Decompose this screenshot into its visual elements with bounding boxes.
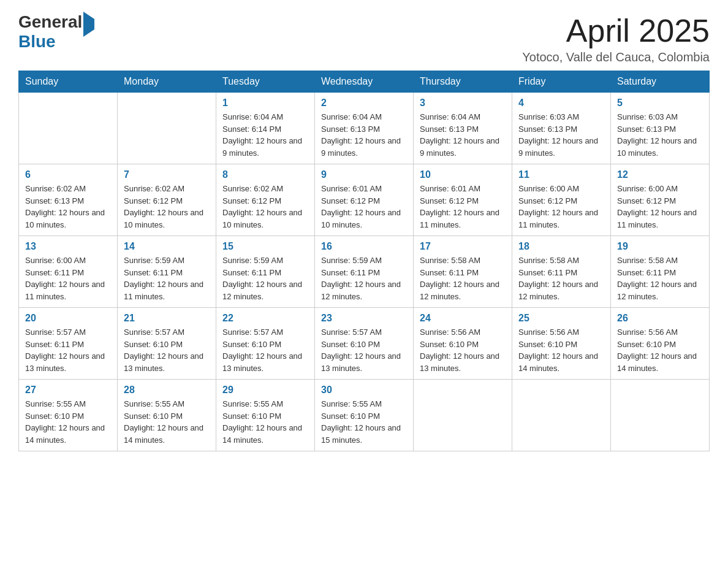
page-header: General Blue April 2025 Yotoco, Valle de… (18, 12, 710, 64)
day-info: Sunrise: 5:57 AMSunset: 6:10 PMDaylight:… (124, 326, 210, 374)
day-cell: 30Sunrise: 5:55 AMSunset: 6:10 PMDayligh… (315, 380, 414, 451)
day-number: 28 (124, 385, 210, 396)
day-number: 14 (124, 241, 210, 252)
day-cell: 22Sunrise: 5:57 AMSunset: 6:10 PMDayligh… (216, 308, 315, 380)
day-number: 22 (222, 313, 308, 324)
logo-general: General (18, 12, 82, 31)
day-number: 29 (222, 385, 308, 396)
day-cell: 13Sunrise: 6:00 AMSunset: 6:11 PMDayligh… (19, 236, 118, 308)
day-info: Sunrise: 5:57 AMSunset: 6:10 PMDaylight:… (222, 326, 308, 374)
day-number: 9 (321, 169, 407, 180)
logo-blue: Blue (18, 32, 56, 51)
day-number: 10 (420, 169, 506, 180)
day-cell: 17Sunrise: 5:58 AMSunset: 6:11 PMDayligh… (414, 236, 512, 308)
day-number: 6 (25, 169, 111, 180)
day-info: Sunrise: 6:04 AMSunset: 6:14 PMDaylight:… (222, 111, 308, 159)
day-number: 23 (321, 313, 407, 324)
day-info: Sunrise: 6:02 AMSunset: 6:12 PMDaylight:… (222, 183, 308, 231)
day-number: 11 (518, 169, 604, 180)
day-cell: 25Sunrise: 5:56 AMSunset: 6:10 PMDayligh… (512, 308, 611, 380)
day-number: 30 (321, 385, 407, 396)
day-info: Sunrise: 6:02 AMSunset: 6:13 PMDaylight:… (25, 183, 111, 231)
day-number: 2 (321, 98, 407, 109)
calendar-body: 1Sunrise: 6:04 AMSunset: 6:14 PMDaylight… (19, 93, 710, 451)
week-row-1: 1Sunrise: 6:04 AMSunset: 6:14 PMDaylight… (19, 93, 710, 164)
calendar-header: SundayMondayTuesdayWednesdayThursdayFrid… (19, 71, 710, 93)
day-cell: 10Sunrise: 6:01 AMSunset: 6:12 PMDayligh… (414, 164, 512, 236)
column-header-friday: Friday (512, 71, 611, 93)
day-number: 5 (617, 98, 703, 109)
column-header-monday: Monday (118, 71, 216, 93)
week-row-3: 13Sunrise: 6:00 AMSunset: 6:11 PMDayligh… (19, 236, 710, 308)
logo-text: General Blue (18, 12, 94, 52)
day-info: Sunrise: 5:58 AMSunset: 6:11 PMDaylight:… (518, 255, 604, 302)
week-row-2: 6Sunrise: 6:02 AMSunset: 6:13 PMDaylight… (19, 164, 710, 236)
day-cell: 19Sunrise: 5:58 AMSunset: 6:11 PMDayligh… (611, 236, 710, 308)
day-cell: 16Sunrise: 5:59 AMSunset: 6:11 PMDayligh… (315, 236, 414, 308)
logo: General Blue (18, 12, 94, 52)
column-header-sunday: Sunday (19, 71, 118, 93)
day-cell: 20Sunrise: 5:57 AMSunset: 6:11 PMDayligh… (19, 308, 118, 380)
day-info: Sunrise: 5:57 AMSunset: 6:10 PMDaylight:… (321, 326, 407, 374)
day-cell: 4Sunrise: 6:03 AMSunset: 6:13 PMDaylight… (512, 93, 611, 164)
day-cell (512, 380, 611, 451)
day-cell: 5Sunrise: 6:03 AMSunset: 6:13 PMDaylight… (611, 93, 710, 164)
day-info: Sunrise: 6:01 AMSunset: 6:12 PMDaylight:… (420, 183, 506, 231)
day-number: 3 (420, 98, 506, 109)
day-cell: 15Sunrise: 5:59 AMSunset: 6:11 PMDayligh… (216, 236, 315, 308)
day-cell: 28Sunrise: 5:55 AMSunset: 6:10 PMDayligh… (118, 380, 216, 451)
day-number: 26 (617, 313, 703, 324)
day-info: Sunrise: 6:03 AMSunset: 6:13 PMDaylight:… (518, 111, 604, 159)
day-info: Sunrise: 6:04 AMSunset: 6:13 PMDaylight:… (321, 111, 407, 159)
week-row-4: 20Sunrise: 5:57 AMSunset: 6:11 PMDayligh… (19, 308, 710, 380)
day-info: Sunrise: 5:55 AMSunset: 6:10 PMDaylight:… (25, 398, 111, 446)
day-number: 4 (518, 98, 604, 109)
day-info: Sunrise: 5:56 AMSunset: 6:10 PMDaylight:… (420, 326, 506, 374)
day-cell: 2Sunrise: 6:04 AMSunset: 6:13 PMDaylight… (315, 93, 414, 164)
day-cell (118, 93, 216, 164)
day-cell: 1Sunrise: 6:04 AMSunset: 6:14 PMDaylight… (216, 93, 315, 164)
column-header-wednesday: Wednesday (315, 71, 414, 93)
day-info: Sunrise: 5:56 AMSunset: 6:10 PMDaylight:… (617, 326, 703, 374)
day-cell: 8Sunrise: 6:02 AMSunset: 6:12 PMDaylight… (216, 164, 315, 236)
day-info: Sunrise: 6:04 AMSunset: 6:13 PMDaylight:… (420, 111, 506, 159)
column-header-thursday: Thursday (414, 71, 512, 93)
day-info: Sunrise: 6:01 AMSunset: 6:12 PMDaylight:… (321, 183, 407, 231)
day-info: Sunrise: 6:02 AMSunset: 6:12 PMDaylight:… (124, 183, 210, 231)
day-cell: 21Sunrise: 5:57 AMSunset: 6:10 PMDayligh… (118, 308, 216, 380)
day-cell: 12Sunrise: 6:00 AMSunset: 6:12 PMDayligh… (611, 164, 710, 236)
day-cell: 11Sunrise: 6:00 AMSunset: 6:12 PMDayligh… (512, 164, 611, 236)
day-number: 20 (25, 313, 111, 324)
week-row-5: 27Sunrise: 5:55 AMSunset: 6:10 PMDayligh… (19, 380, 710, 451)
day-info: Sunrise: 5:59 AMSunset: 6:11 PMDaylight:… (321, 255, 407, 302)
day-cell: 27Sunrise: 5:55 AMSunset: 6:10 PMDayligh… (19, 380, 118, 451)
title-section: April 2025 Yotoco, Valle del Cauca, Colo… (522, 12, 710, 64)
day-number: 17 (420, 241, 506, 252)
day-number: 15 (222, 241, 308, 252)
day-cell (19, 93, 118, 164)
column-header-saturday: Saturday (611, 71, 710, 93)
day-cell: 24Sunrise: 5:56 AMSunset: 6:10 PMDayligh… (414, 308, 512, 380)
day-cell: 18Sunrise: 5:58 AMSunset: 6:11 PMDayligh… (512, 236, 611, 308)
day-cell: 26Sunrise: 5:56 AMSunset: 6:10 PMDayligh… (611, 308, 710, 380)
calendar-table: SundayMondayTuesdayWednesdayThursdayFrid… (18, 71, 710, 451)
day-number: 21 (124, 313, 210, 324)
day-number: 13 (25, 241, 111, 252)
day-info: Sunrise: 5:59 AMSunset: 6:11 PMDaylight:… (124, 255, 210, 302)
day-number: 12 (617, 169, 703, 180)
day-cell: 23Sunrise: 5:57 AMSunset: 6:10 PMDayligh… (315, 308, 414, 380)
day-cell: 29Sunrise: 5:55 AMSunset: 6:10 PMDayligh… (216, 380, 315, 451)
day-number: 27 (25, 385, 111, 396)
day-info: Sunrise: 5:55 AMSunset: 6:10 PMDaylight:… (321, 398, 407, 446)
day-cell: 9Sunrise: 6:01 AMSunset: 6:12 PMDaylight… (315, 164, 414, 236)
day-cell (414, 380, 512, 451)
day-cell: 6Sunrise: 6:02 AMSunset: 6:13 PMDaylight… (19, 164, 118, 236)
day-info: Sunrise: 5:55 AMSunset: 6:10 PMDaylight:… (222, 398, 308, 446)
day-number: 16 (321, 241, 407, 252)
day-info: Sunrise: 6:00 AMSunset: 6:11 PMDaylight:… (25, 255, 111, 302)
day-info: Sunrise: 6:00 AMSunset: 6:12 PMDaylight:… (518, 183, 604, 231)
day-number: 8 (222, 169, 308, 180)
day-number: 1 (222, 98, 308, 109)
day-cell: 3Sunrise: 6:04 AMSunset: 6:13 PMDaylight… (414, 93, 512, 164)
day-info: Sunrise: 5:57 AMSunset: 6:11 PMDaylight:… (25, 326, 111, 374)
